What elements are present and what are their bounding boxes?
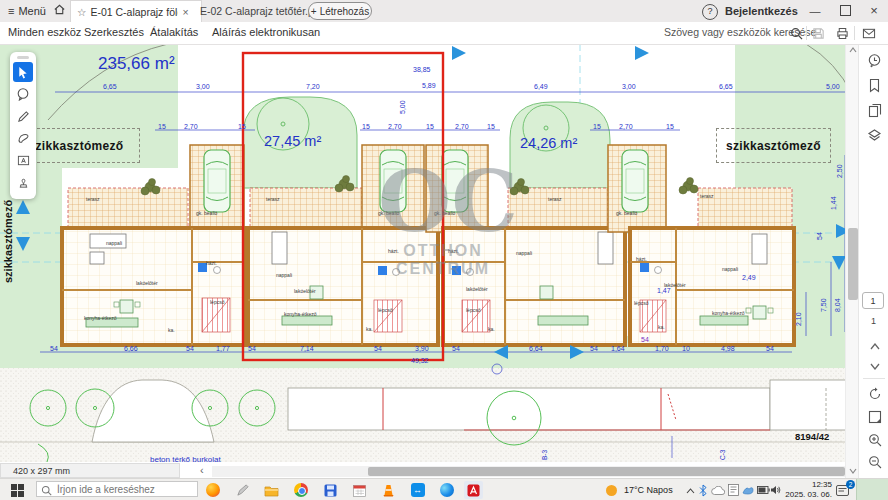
comment-tool-button[interactable] <box>13 84 33 104</box>
search-icon[interactable] <box>790 27 803 40</box>
maximize-button[interactable] <box>832 0 858 21</box>
layers-icon <box>867 128 882 143</box>
bluetooth-icon[interactable] <box>699 484 707 497</box>
weather-label[interactable]: 17°C Napos <box>624 479 673 500</box>
textbox-icon <box>17 154 30 167</box>
windows-taskbar: ↔ 17°C Napos 12:35 2025. 03. 06. 2 <box>0 478 888 500</box>
taskbar-floppy-app-icon[interactable] <box>321 481 340 499</box>
zoom-out-button[interactable] <box>866 453 883 470</box>
snapshot-button[interactable] <box>866 408 883 425</box>
close-window-button[interactable]: × <box>861 0 887 21</box>
acrobat-window: 235,66 m² 27,45 m² 24,26 m² szikkasztóme… <box>0 0 888 500</box>
snapshot-icon <box>868 410 882 424</box>
tab-document-1[interactable]: ☆ E-01 C-alaprajz földsz... × <box>70 0 202 23</box>
scroll-thumb[interactable] <box>368 467 845 476</box>
layers-panel-button[interactable] <box>866 127 883 144</box>
menu-item-esign[interactable]: Aláírás elektronikusan <box>212 26 320 38</box>
add-text-tool-button[interactable] <box>13 150 33 170</box>
titlebar: ≡ Menü ☆ E-01 C-alaprajz földsz... × E-0… <box>0 0 888 23</box>
divider <box>863 378 885 379</box>
home-icon <box>53 3 66 16</box>
comments-panel-button[interactable] <box>866 52 883 69</box>
print-icon[interactable] <box>836 27 849 40</box>
tray-clock[interactable]: 12:35 2025. 03. 06. <box>780 480 832 500</box>
notification-badge: 2 <box>846 480 855 489</box>
email-icon[interactable] <box>862 27 876 40</box>
tray-expand-icon[interactable] <box>686 488 695 494</box>
create-button[interactable]: + Létrehozás <box>308 2 372 20</box>
horizontal-scrollbar[interactable] <box>212 466 845 477</box>
battery-icon[interactable] <box>757 486 770 494</box>
cursor-icon <box>17 66 29 79</box>
menu-item-convert[interactable]: Átalakítás <box>150 26 198 38</box>
minimize-button[interactable]: — <box>802 0 828 21</box>
star-icon[interactable]: ☆ <box>77 6 86 18</box>
scroll-thumb[interactable] <box>848 228 858 300</box>
previous-page-button[interactable] <box>866 338 883 355</box>
help-icon[interactable]: ? <box>702 4 718 20</box>
taskbar-chrome-icon[interactable] <box>291 481 310 499</box>
menu-item-all-tools[interactable]: Minden eszköz <box>8 26 81 38</box>
taskbar-vlc-icon[interactable] <box>379 481 398 499</box>
chevron-down-icon <box>870 363 880 370</box>
page-size-status: 420 x 297 mm <box>0 463 180 478</box>
watermark: OC OTTHON CENTRUM <box>378 162 508 278</box>
taskbar-acrobat-icon[interactable] <box>464 481 483 499</box>
highlight-tool-button[interactable] <box>13 128 33 148</box>
tray-app-icon[interactable] <box>742 485 754 495</box>
menu-item-edit[interactable]: Szerkesztés <box>84 26 144 38</box>
stamp-tool-button[interactable] <box>13 172 33 192</box>
tab-title: E-01 C-alaprajz földsz... <box>90 6 178 18</box>
watermark-monogram: OC <box>378 162 508 242</box>
rotate-page-button[interactable] <box>866 385 883 402</box>
notes-icon[interactable] <box>728 484 739 496</box>
scroll-down-icon[interactable] <box>849 468 857 474</box>
action-center-button[interactable]: 2 <box>836 483 850 497</box>
taskbar-search-icon <box>41 485 52 496</box>
taskbar-calendar-icon[interactable] <box>350 481 369 499</box>
pencil-icon <box>17 110 30 123</box>
show-desktop-area[interactable] <box>856 479 888 500</box>
home-button[interactable] <box>53 3 66 19</box>
maximize-icon <box>840 5 851 16</box>
tab-title: E-02 C-alaprajz tetőtér.pdf <box>200 5 323 17</box>
highlighter-icon <box>17 132 30 145</box>
windows-logo-icon <box>11 484 24 497</box>
sign-in-label: Bejelentkezés <box>725 5 798 17</box>
scroll-left-arrow[interactable]: ‹ <box>200 464 204 476</box>
taskbar-explorer-icon[interactable] <box>262 481 281 499</box>
minimize-icon: — <box>810 5 821 17</box>
pages-icon <box>868 103 882 118</box>
page-thumbnails-button[interactable] <box>866 102 883 119</box>
cloud-icon[interactable] <box>711 486 725 495</box>
page-total-label: 1 <box>871 316 876 326</box>
bookmarks-panel-button[interactable] <box>866 77 883 94</box>
taskbar-graphics-tool-icon[interactable] <box>233 481 252 499</box>
scroll-up-icon[interactable] <box>849 47 857 53</box>
draw-tool-button[interactable] <box>13 106 33 126</box>
page-number-input[interactable] <box>862 292 884 309</box>
comment-icon <box>16 87 30 101</box>
app-menu-button[interactable]: ≡ Menü <box>8 3 46 19</box>
sign-in-button[interactable]: Bejelentkezés <box>725 3 798 19</box>
hamburger-icon: ≡ <box>8 3 14 19</box>
next-page-button[interactable] <box>866 358 883 375</box>
street-zone <box>0 368 852 462</box>
taskbar-firefox-icon[interactable] <box>203 481 222 499</box>
save-icon[interactable] <box>812 27 825 40</box>
divider <box>806 26 807 40</box>
start-button[interactable] <box>8 481 27 499</box>
drag-handle[interactable] <box>17 56 29 59</box>
taskbar-browser-app-icon[interactable] <box>437 481 456 499</box>
close-icon: × <box>870 3 878 18</box>
select-tool-button[interactable] <box>13 62 33 82</box>
taskbar-search-input[interactable] <box>36 481 198 497</box>
taskbar-teamviewer-icon[interactable]: ↔ <box>408 481 427 499</box>
vertical-scrollbar[interactable] <box>845 44 859 478</box>
divider <box>854 26 855 40</box>
weather-sun-icon[interactable] <box>606 485 617 496</box>
toolbar: Minden eszköz Szerkesztés Átalakítás Alá… <box>0 22 888 45</box>
zoom-in-button[interactable] <box>866 431 883 448</box>
close-tab-icon[interactable]: × <box>182 6 188 18</box>
bookmark-icon <box>868 78 881 93</box>
